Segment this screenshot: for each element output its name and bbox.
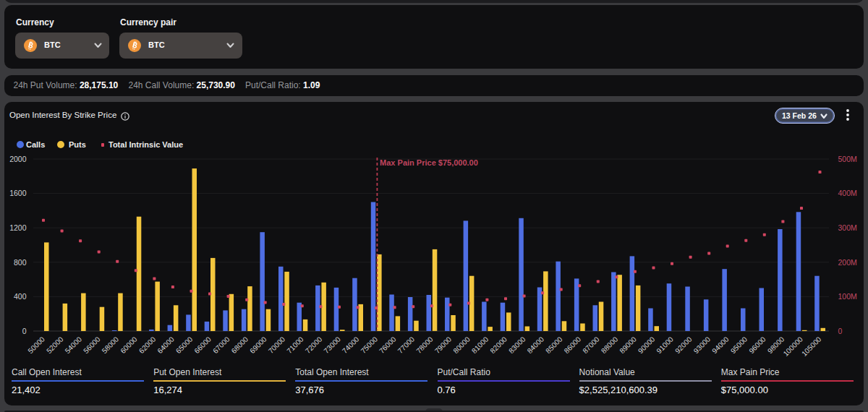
- svg-text:Max Pain Price $75,000.00: Max Pain Price $75,000.00: [380, 158, 478, 167]
- svg-text:62000: 62000: [137, 335, 158, 355]
- svg-text:85000: 85000: [544, 335, 564, 355]
- svg-text:92000: 92000: [673, 335, 694, 355]
- svg-text:81000: 81000: [470, 335, 490, 355]
- svg-text:100000: 100000: [782, 335, 805, 358]
- svg-text:83000: 83000: [507, 335, 527, 355]
- svg-text:69000: 69000: [248, 335, 268, 355]
- svg-text:1200: 1200: [9, 223, 27, 232]
- svg-text:74000: 74000: [341, 335, 361, 355]
- svg-text:200M: 200M: [838, 258, 857, 267]
- svg-text:86000: 86000: [563, 335, 583, 355]
- svg-text:400M: 400M: [838, 189, 857, 197]
- svg-text:93000: 93000: [692, 335, 712, 355]
- svg-text:76000: 76000: [378, 335, 398, 355]
- svg-text:1600: 1600: [9, 189, 27, 197]
- svg-text:75000: 75000: [359, 335, 380, 355]
- svg-text:88000: 88000: [600, 335, 620, 355]
- svg-text:68000: 68000: [230, 335, 250, 355]
- svg-text:94000: 94000: [710, 335, 731, 355]
- svg-text:400: 400: [14, 292, 27, 301]
- svg-text:2000: 2000: [9, 155, 27, 163]
- svg-text:80000: 80000: [451, 335, 472, 355]
- svg-text:96000: 96000: [747, 335, 767, 355]
- svg-text:82000: 82000: [488, 335, 509, 355]
- svg-text:87000: 87000: [581, 335, 601, 355]
- svg-text:79000: 79000: [433, 335, 454, 355]
- svg-text:67000: 67000: [211, 335, 231, 355]
- svg-text:58000: 58000: [101, 335, 121, 355]
- svg-text:89000: 89000: [618, 335, 638, 355]
- svg-text:60000: 60000: [119, 335, 139, 355]
- svg-text:65000: 65000: [174, 335, 195, 355]
- svg-text:71000: 71000: [285, 335, 305, 355]
- svg-text:0: 0: [838, 327, 843, 335]
- svg-text:105000: 105000: [800, 335, 823, 358]
- svg-text:56000: 56000: [82, 335, 102, 355]
- svg-text:84000: 84000: [526, 335, 546, 355]
- svg-text:500M: 500M: [838, 155, 857, 163]
- svg-text:64000: 64000: [156, 335, 176, 355]
- svg-text:70000: 70000: [267, 335, 287, 355]
- svg-text:91000: 91000: [655, 335, 675, 355]
- svg-text:77000: 77000: [396, 335, 417, 355]
- svg-text:300M: 300M: [838, 223, 857, 232]
- svg-text:50000: 50000: [26, 335, 46, 355]
- svg-text:72000: 72000: [304, 335, 324, 355]
- svg-text:66000: 66000: [192, 335, 213, 355]
- svg-text:0: 0: [22, 327, 27, 335]
- svg-text:73000: 73000: [322, 335, 342, 355]
- svg-text:100M: 100M: [838, 292, 857, 301]
- svg-text:52000: 52000: [45, 335, 65, 355]
- svg-text:54000: 54000: [64, 335, 84, 355]
- svg-text:95000: 95000: [729, 335, 749, 355]
- svg-text:90000: 90000: [637, 335, 657, 355]
- svg-text:800: 800: [14, 258, 27, 267]
- svg-text:78000: 78000: [414, 335, 435, 355]
